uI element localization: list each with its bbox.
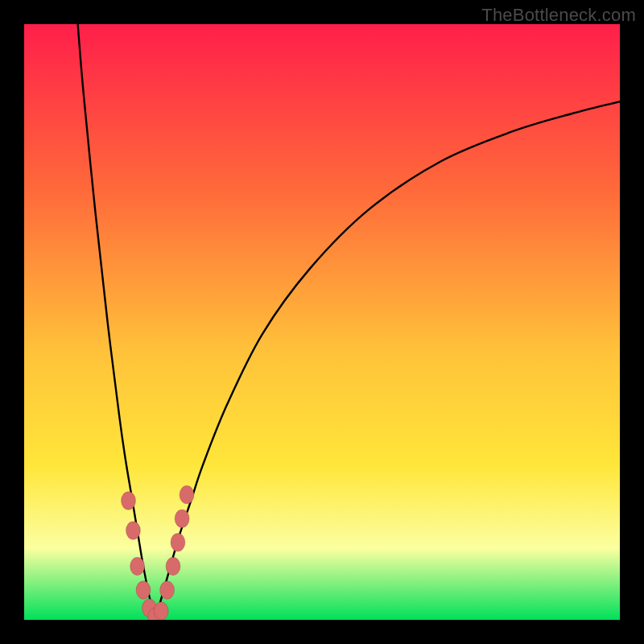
data-marker — [160, 581, 175, 600]
watermark-text: TheBottleneck.com — [481, 5, 636, 26]
data-marker — [126, 522, 140, 540]
curve-markers — [122, 485, 195, 620]
data-marker — [122, 492, 136, 510]
chart-frame: TheBottleneck.com — [0, 0, 644, 644]
data-marker — [171, 534, 185, 552]
plot-area — [24, 24, 620, 620]
data-marker — [154, 602, 168, 620]
data-marker — [130, 557, 145, 576]
data-marker — [175, 510, 189, 528]
curve-right-branch — [155, 101, 620, 620]
curve-left-branch — [78, 24, 155, 620]
data-marker — [180, 485, 194, 504]
data-marker — [166, 557, 180, 576]
data-marker — [136, 581, 151, 600]
bottleneck-curve — [24, 24, 620, 620]
